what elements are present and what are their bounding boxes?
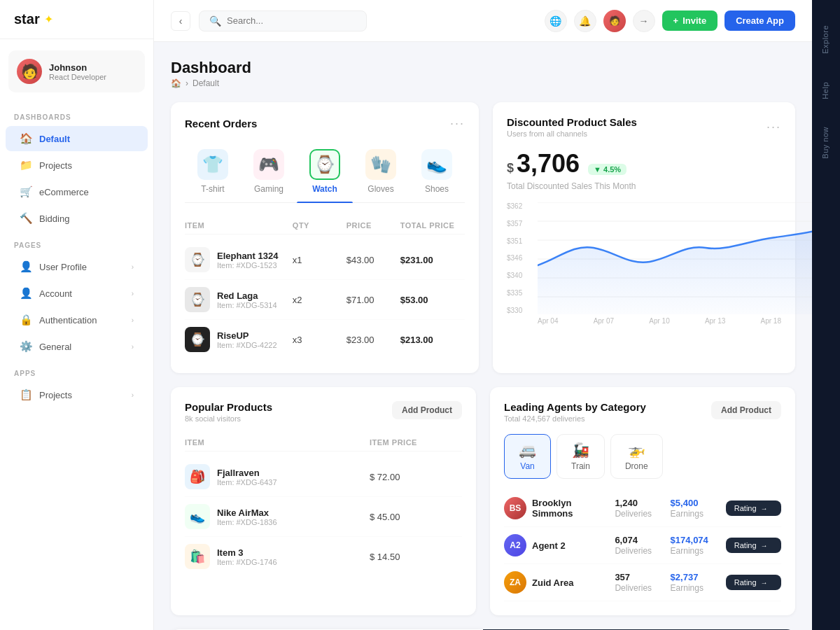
rating-button[interactable]: Rating →	[726, 500, 781, 516]
y-label-7: $330	[507, 307, 538, 314]
price-val: $43.00	[346, 255, 400, 265]
search-icon: 🔍	[209, 15, 221, 27]
help-panel-item[interactable]: Help	[816, 68, 836, 113]
tab-label-gaming: Gaming	[254, 184, 284, 194]
page-title: Dashboard	[171, 59, 251, 77]
sidebar-item-account[interactable]: 👤 Account ›	[6, 281, 148, 306]
user-name: Johnson	[49, 62, 106, 73]
top-grid: Recent Orders ··· 👕 T-shirt 🎮 Gaming ⌚ W…	[171, 102, 795, 373]
earnings-label: Earnings	[671, 546, 726, 556]
sidebar-item-projects[interactable]: 📁 Projects	[6, 153, 148, 178]
folder-icon: 📁	[20, 159, 32, 172]
tab-gloves[interactable]: 🧤 Gloves	[353, 142, 409, 202]
x-label-5: Apr 18	[761, 317, 781, 325]
product-name: Item 3	[217, 547, 277, 558]
chart-container: $362 $357 $351 $346 $340 $335 $330	[507, 202, 781, 314]
col-price: PRICE	[346, 221, 400, 230]
earnings-label: Earnings	[671, 509, 726, 519]
sidebar-item-ecommerce[interactable]: 🛒 eCommerce	[6, 179, 148, 204]
col-item-header: ITEM	[185, 438, 370, 447]
sidebar-item-label: Authentication	[39, 315, 97, 326]
rating-label: Rating	[734, 578, 757, 587]
invite-button[interactable]: + Invite	[662, 10, 718, 31]
avatar: 🧑	[17, 59, 42, 84]
chevron-icon: ›	[132, 290, 134, 298]
page-header: Dashboard 🏠 › Default	[171, 59, 795, 88]
category-tabs: 👕 T-shirt 🎮 Gaming ⌚ Watch 🧤 Gloves	[185, 142, 465, 203]
product-id: Item: #XDG-1746	[217, 558, 277, 566]
item-cell: ⌚ Elephant 1324 Item: #XDG-1523	[185, 247, 293, 272]
tab-watch[interactable]: ⌚ Watch	[297, 142, 353, 202]
sidebar-item-default[interactable]: 🏠 Default	[6, 126, 148, 151]
chevron-icon: ›	[132, 263, 134, 271]
breadcrumb: 🏠 › Default	[171, 78, 251, 88]
sales-more-icon[interactable]: ···	[766, 120, 781, 134]
deliveries-label: Deliveries	[615, 546, 670, 556]
tab-gaming[interactable]: 🎮 Gaming	[241, 142, 297, 202]
earnings-value: $174,074	[671, 535, 726, 545]
create-app-button[interactable]: Create App	[724, 10, 795, 31]
agent-earnings: $2,737 Earnings	[671, 572, 726, 593]
content-area: Dashboard 🏠 › Default Recent Orders ··· …	[154, 42, 812, 630]
earnings-value: $5,400	[671, 498, 726, 508]
user-avatar-topbar[interactable]: 🧑	[603, 10, 626, 32]
popular-title-section: Popular Products 8k social visitors	[185, 401, 272, 423]
agent-row: ZA Zuid Area 357 Deliveries $2,737 Earni…	[504, 564, 781, 601]
bell-icon[interactable]: 🔔	[574, 10, 596, 32]
add-product-agents-button[interactable]: Add Product	[711, 401, 781, 419]
recent-orders-card: Recent Orders ··· 👕 T-shirt 🎮 Gaming ⌚ W…	[171, 102, 479, 373]
product-id: Item: #XDG-6437	[217, 478, 277, 486]
logo-text: star	[14, 11, 40, 27]
arrow-icon: →	[761, 542, 768, 550]
rating-button[interactable]: Rating →	[726, 538, 781, 553]
y-label-4: $346	[507, 254, 538, 262]
arrow-right-icon[interactable]: →	[633, 10, 655, 32]
add-product-button[interactable]: Add Product	[392, 401, 462, 419]
sales-card-header: Discounted Product Sales Users from all …	[507, 116, 781, 138]
price-val: $71.00	[346, 295, 400, 305]
agent-category-tabs: 🚐 Van 🚂 Train 🚁 Drone	[504, 434, 781, 479]
gloves-icon: 🧤	[365, 149, 396, 180]
product-item-cell: 👟 Nike AirMax Item: #XDG-1836	[185, 504, 370, 529]
buy-now-panel-item[interactable]: Buy now	[816, 113, 836, 173]
tab-tshirt[interactable]: 👕 T-shirt	[185, 142, 241, 202]
sidebar-item-apps-projects[interactable]: 📋 Projects ›	[6, 382, 148, 407]
arrow-icon: →	[761, 505, 768, 512]
sidebar: star ✦ 🧑 Johnson React Developer DASHBOA…	[0, 0, 154, 630]
rating-label: Rating	[734, 541, 757, 550]
sidebar-item-bidding[interactable]: 🔨 Bidding	[6, 206, 148, 231]
chart-x-labels: Apr 04 Apr 07 Apr 10 Apr 13 Apr 18	[538, 317, 781, 325]
sidebar-item-user-profile[interactable]: 👤 User Profile ›	[6, 254, 148, 279]
more-options-icon[interactable]: ···	[450, 116, 465, 131]
tab-shoes[interactable]: 👟 Shoes	[409, 142, 465, 202]
agent-earnings: $5,400 Earnings	[671, 498, 726, 519]
item-cell: ⌚ Red Laga Item: #XDG-5314	[185, 287, 293, 312]
discounted-sales-card: Discounted Product Sales Users from all …	[493, 102, 795, 373]
explore-panel-item[interactable]: Explore	[816, 11, 836, 68]
agent-avatar: BS	[504, 497, 526, 519]
collapse-button[interactable]: ‹	[171, 11, 190, 31]
search-box: 🔍	[199, 10, 367, 31]
table-row: ⌚ Elephant 1324 Item: #XDG-1523 x1 $43.0…	[185, 240, 465, 280]
product-item-cell: 🛍️ Item 3 Item: #XDG-1746	[185, 544, 370, 569]
sidebar-item-authentication[interactable]: 🔒 Authentication ›	[6, 307, 148, 332]
agent-name: Agent 2	[532, 540, 566, 551]
search-input[interactable]	[227, 15, 353, 26]
agents-header: Leading Agents by Category Total 424,567…	[504, 401, 781, 423]
category-van[interactable]: 🚐 Van	[504, 434, 551, 479]
sidebar-item-general[interactable]: ⚙️ General ›	[6, 334, 148, 359]
y-label-3: $351	[507, 237, 538, 245]
rating-button[interactable]: Rating →	[726, 575, 781, 590]
category-drone[interactable]: 🚁 Drone	[610, 434, 663, 479]
agent-avatar: ZA	[504, 571, 526, 594]
sidebar-item-label: eCommerce	[39, 187, 89, 197]
item-info: RiseUP Item: #XDG-4222	[217, 330, 277, 349]
agent-info: Zuid Area	[532, 578, 573, 588]
page-title-section: Dashboard 🏠 › Default	[171, 59, 251, 88]
sidebar-item-label: Account	[39, 288, 72, 299]
category-train[interactable]: 🚂 Train	[556, 434, 605, 479]
globe-icon[interactable]: 🌐	[545, 10, 567, 32]
tab-label-tshirt: T-shirt	[201, 184, 224, 194]
sales-title-section: Discounted Product Sales Users from all …	[507, 116, 637, 138]
item-id: Item: #XDG-1523	[217, 261, 278, 270]
